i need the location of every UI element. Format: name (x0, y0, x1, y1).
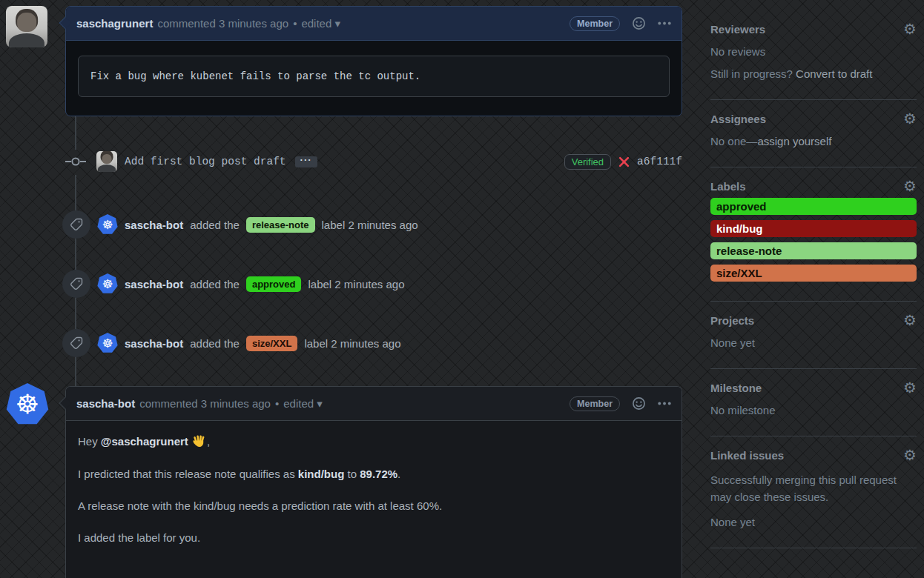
tag-icon (62, 329, 90, 357)
commit-author-avatar[interactable] (96, 151, 117, 172)
event-action-text: added the (190, 219, 240, 231)
label-event-row: ☸ sascha-bot added the release-note labe… (62, 210, 682, 239)
comment-options-button[interactable] (658, 21, 671, 25)
event-suffix-text: label 2 minutes ago (304, 337, 400, 350)
add-reaction-button[interactable] (632, 16, 646, 30)
k8s-wheel-icon: ☸ (102, 336, 113, 351)
bot-avatar-large[interactable]: ☸ (6, 383, 49, 426)
prediction-line: I predicted that this release note quali… (78, 468, 670, 480)
sidebar-label-kind-bug[interactable]: kind/bug (710, 220, 917, 237)
threshold-line: A release note with the kind/bug needs a… (78, 499, 670, 512)
edited-dropdown[interactable]: edited ▾ (301, 17, 340, 30)
timeline-line (75, 237, 76, 270)
linked-issues-description: Successfully merging this pull request m… (710, 471, 917, 506)
bot-avatar[interactable]: ☸ (97, 214, 118, 235)
comment-timestamp[interactable]: commented 3 minutes ago (157, 17, 288, 30)
milestone-title: Milestone (710, 382, 762, 394)
comment-options-button[interactable] (658, 402, 671, 405)
comment-caret (59, 397, 72, 410)
status-failed-x-icon[interactable] (618, 156, 630, 167)
mention-link[interactable]: @saschagrunert (101, 435, 188, 448)
labels-title: Labels (710, 180, 746, 193)
sidebar-section-linked-issues: Linked issues ⚙ Successfully merging thi… (710, 436, 917, 548)
sidebar-section-reviewers: Reviewers ⚙ No reviews Still in progress… (710, 16, 917, 100)
bot-avatar[interactable]: ☸ (97, 273, 118, 294)
k8s-wheel-icon: ☸ (102, 276, 113, 292)
convert-to-draft-link[interactable]: Convert to draft (796, 67, 872, 80)
event-suffix-text: label 2 minutes ago (322, 219, 418, 231)
bot-avatar[interactable]: ☸ (97, 333, 118, 353)
event-action-text: added the (190, 337, 240, 350)
sidebar-label-size-xxl[interactable]: size/XXL (710, 265, 917, 282)
tag-icon (62, 270, 90, 298)
gear-icon[interactable]: ⚙ (903, 313, 917, 327)
sidebar-section-assignees: Assignees ⚙ No one—assign yourself (710, 100, 917, 167)
commit-expand-button[interactable]: ··· (295, 156, 317, 167)
timeline-line (75, 356, 76, 386)
pr-description-comment: saschagrunert commented 3 minutes ago • … (65, 6, 682, 116)
comment-body: Fix a bug where kubenet fails to parse t… (66, 41, 682, 112)
gear-icon[interactable]: ⚙ (903, 179, 917, 193)
event-actor-link[interactable]: sascha-bot (125, 278, 183, 290)
event-actor-link[interactable]: sascha-bot (125, 337, 183, 350)
meta-separator: • (275, 397, 279, 410)
commit-event-row: Add first blog post draft ··· Verified a… (65, 150, 682, 173)
verified-badge[interactable]: Verified (564, 154, 611, 170)
member-badge: Member (570, 16, 620, 31)
label-chip[interactable]: release-note (246, 217, 315, 233)
git-commit-icon (65, 153, 86, 170)
event-action-text: added the (190, 278, 240, 290)
gear-icon[interactable]: ⚙ (903, 448, 917, 462)
milestone-empty-text: No milestone (710, 404, 917, 416)
timeline-line (75, 116, 76, 150)
k8s-wheel-icon: ☸ (16, 389, 39, 420)
label-event-row: ☸ sascha-bot added the approved label 2 … (62, 270, 682, 298)
reviewers-title: Reviewers (710, 23, 765, 36)
reviewers-empty-text: No reviews (710, 45, 917, 58)
assign-yourself-link[interactable]: assign yourself (757, 135, 831, 147)
commit-message-link[interactable]: Add first blog post draft (125, 156, 286, 167)
label-chip[interactable]: approved (246, 276, 302, 292)
label-event-row: ☸ sascha-bot added the size/XXL label 2 … (62, 329, 682, 357)
sidebar-section-milestone: Milestone ⚙ No milestone (710, 369, 917, 436)
member-badge: Member (570, 396, 620, 411)
greeting-line: Hey @saschagrunert , (78, 434, 670, 448)
edited-dropdown[interactable]: edited ▾ (283, 397, 323, 411)
sidebar: Reviewers ⚙ No reviews Still in progress… (710, 16, 917, 548)
chevron-down-icon: ▾ (317, 397, 323, 410)
wave-emoji (192, 434, 206, 448)
projects-title: Projects (710, 314, 754, 327)
comment-header: saschagrunert commented 3 minutes ago • … (66, 7, 682, 41)
release-note-code-block: Fix a bug where kubenet fails to parse t… (78, 56, 670, 97)
avatar[interactable] (6, 6, 47, 47)
linked-issues-title: Linked issues (710, 449, 784, 462)
label-chip[interactable]: size/XXL (246, 336, 297, 351)
comment-author-link[interactable]: sascha-bot (76, 397, 135, 410)
sidebar-label-release-note[interactable]: release-note (710, 242, 917, 259)
kebab-icon (658, 402, 671, 405)
draft-hint-text: Still in progress? (710, 67, 796, 80)
added-label-line: I added the label for you. (78, 531, 670, 544)
commit-sha-link[interactable]: a6f111f (637, 156, 682, 167)
smiley-icon (632, 16, 646, 30)
assignees-title: Assignees (710, 113, 766, 125)
add-reaction-button[interactable] (632, 396, 646, 411)
timeline-line (75, 296, 76, 329)
k8s-wheel-icon: ☸ (102, 217, 113, 233)
event-actor-link[interactable]: sascha-bot (125, 219, 183, 231)
chevron-down-icon: ▾ (334, 17, 340, 30)
comment-body: Hey @saschagrunert , I predicted that th… (66, 421, 682, 577)
assignees-empty-text: No one— (710, 135, 757, 147)
comment-author-link[interactable]: saschagrunert (76, 17, 153, 30)
tag-icon (62, 210, 90, 239)
sidebar-label-approved[interactable]: approved (710, 198, 917, 215)
comment-caret (59, 17, 72, 30)
meta-separator: • (293, 17, 297, 30)
comment-timestamp[interactable]: commented 3 minutes ago (139, 397, 271, 410)
gear-icon[interactable]: ⚙ (903, 22, 917, 36)
bot-comment: sascha-bot commented 3 minutes ago • edi… (65, 386, 682, 578)
gear-icon[interactable]: ⚙ (903, 112, 917, 125)
smiley-icon (632, 396, 646, 411)
linked-issues-empty-text: None yet (710, 516, 917, 528)
gear-icon[interactable]: ⚙ (903, 381, 917, 394)
